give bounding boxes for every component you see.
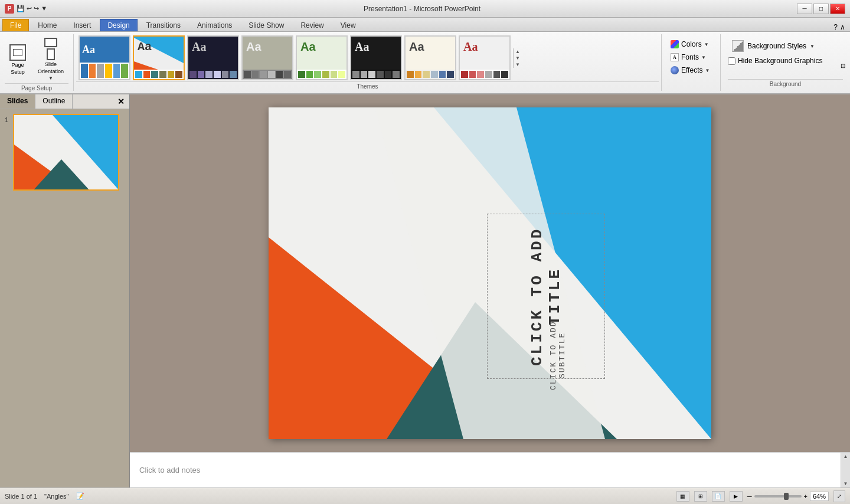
effects-dropdown-icon: ▼ — [705, 68, 710, 73]
cfe-section: Colors ▼ A Fonts ▼ Effects ▼ — [661, 34, 720, 91]
c6 — [230, 71, 237, 78]
scroll-down-icon[interactable]: ▼ — [515, 55, 521, 61]
theme-austin[interactable]: Aa — [296, 35, 348, 80]
theme-clarity[interactable]: Aa — [459, 35, 511, 80]
slideshow-button[interactable]: ▶ — [730, 491, 743, 502]
minimize-button[interactable]: ─ — [797, 4, 812, 14]
zoom-slider[interactable] — [754, 495, 802, 498]
theme-office[interactable]: Aa — [79, 35, 130, 80]
slide-thumbnail-1[interactable] — [13, 114, 119, 191]
title-bar-left: P 💾 ↩ ↪ ▼ — [5, 4, 47, 14]
notes-scroll-up-icon[interactable]: ▲ — [842, 453, 849, 460]
c3 — [314, 71, 321, 78]
subtitle-textbox[interactable]: CLICK TO ADD SUBTITLE — [511, 296, 605, 414]
slide-sorter-button[interactable]: ⊞ — [694, 491, 707, 502]
col2 — [143, 71, 151, 78]
color3 — [97, 64, 104, 78]
col3 — [151, 71, 158, 78]
slide-orient-label2: Orientation — [38, 68, 64, 74]
color5 — [113, 64, 120, 78]
tab-transitions[interactable]: Transitions — [139, 19, 188, 31]
theme-clarity-colors — [460, 70, 509, 79]
c3 — [368, 71, 375, 78]
normal-view-button[interactable]: ▦ — [676, 491, 689, 502]
slide-subtitle[interactable]: CLICK TO ADD SUBTITLE — [549, 296, 567, 414]
c4 — [485, 71, 492, 78]
tab-outline[interactable]: Outline — [35, 94, 73, 109]
slide-thumbnails: 1 — [0, 109, 129, 195]
tab-home[interactable]: Home — [30, 19, 64, 31]
c1 — [298, 71, 305, 78]
theme-apothecary-colors — [243, 70, 292, 79]
tab-view[interactable]: View — [333, 19, 364, 31]
notes-placeholder: Click to add notes — [139, 466, 200, 474]
c2 — [252, 71, 259, 78]
slide-orientation-button[interactable]: Slide Orientation ▼ — [33, 35, 68, 83]
ribbon: Page Setup Slide Orientation ▼ Page Setu… — [0, 32, 850, 94]
col5 — [168, 71, 175, 78]
background-expand-icon[interactable]: ⊡ — [841, 63, 845, 69]
notes-scroll-down-icon[interactable]: ▼ — [842, 480, 849, 487]
fonts-icon: A — [671, 53, 679, 61]
colors-dropdown-icon: ▼ — [704, 42, 709, 47]
panel-close-button[interactable]: ✕ — [113, 94, 129, 109]
theme-scroll[interactable]: ▲ ▼ ▼ — [513, 48, 522, 68]
tab-design[interactable]: Design — [100, 19, 137, 31]
scroll-more-icon[interactable]: ▼ — [515, 61, 521, 68]
c2 — [361, 71, 368, 78]
hide-background-label: Hide Background Graphics — [738, 57, 822, 65]
page-setup-label: Page — [11, 62, 24, 68]
fonts-button[interactable]: A Fonts ▼ — [666, 51, 715, 64]
page-setup-button[interactable]: Page Setup — [5, 42, 31, 77]
c6 — [284, 71, 291, 78]
tab-animations[interactable]: Animations — [189, 19, 240, 31]
slide-orient-label: Slide — [45, 61, 57, 67]
theme-blacktie[interactable]: Aa — [350, 35, 402, 80]
orient-dropdown-arrow: ▼ — [48, 76, 53, 81]
fit-to-window-button[interactable]: ⤢ — [833, 490, 845, 502]
spell-check-icon[interactable]: 📝 — [76, 492, 84, 500]
minimize-ribbon-icon[interactable]: ∧ — [840, 23, 845, 31]
theme-apex[interactable]: Aa — [187, 35, 239, 80]
maximize-button[interactable]: □ — [813, 4, 829, 14]
c4 — [377, 71, 384, 78]
notes-scrollbar[interactable]: ▲ ▼ — [841, 453, 850, 487]
theme-angles[interactable]: Aa — [133, 35, 185, 80]
effects-button[interactable]: Effects ▼ — [666, 64, 715, 77]
background-styles-button[interactable]: Background Styles ▼ — [728, 38, 843, 54]
theme-civic[interactable]: Aa — [404, 35, 456, 80]
canvas-wrapper: CLICK TO ADD TITLE CLICK TO ADD SUBTITLE… — [130, 94, 850, 487]
orientation-icons — [44, 38, 57, 60]
close-button[interactable]: ✕ — [830, 4, 845, 14]
reading-view-button[interactable]: 📄 — [712, 491, 725, 502]
slide-info: Slide 1 of 1 — [5, 493, 37, 500]
tab-slides[interactable]: Slides — [0, 94, 35, 109]
theme-apothecary[interactable]: Aa — [241, 35, 293, 80]
c5 — [385, 71, 392, 78]
c1 — [407, 71, 414, 78]
theme-apex-colors — [188, 70, 238, 79]
slides-panel: Slides Outline ✕ 1 — [0, 94, 130, 487]
themes-list: Aa Aa — [76, 35, 659, 80]
window-controls[interactable]: ─ □ ✕ — [797, 4, 845, 14]
tab-review[interactable]: Review — [293, 19, 331, 31]
scroll-up-icon[interactable]: ▲ — [515, 48, 521, 55]
main-slide[interactable]: CLICK TO ADD TITLE CLICK TO ADD SUBTITLE — [269, 107, 711, 439]
colors-button[interactable]: Colors ▼ — [666, 38, 715, 51]
zoom-thumb[interactable] — [784, 493, 789, 500]
zoom-out-button[interactable]: ─ — [747, 493, 752, 500]
notes-input[interactable]: Click to add notes — [130, 453, 841, 487]
tab-file[interactable]: File — [2, 19, 29, 31]
zoom-level[interactable]: 64% — [810, 492, 829, 501]
zoom-in-button[interactable]: + — [804, 493, 808, 500]
help-icon[interactable]: ? — [833, 23, 838, 31]
quick-access-toolbar: 💾 ↩ ↪ ▼ — [17, 5, 47, 12]
hide-background-checkbox[interactable] — [728, 57, 735, 65]
theme-blacktie-colors — [351, 70, 401, 79]
page-setup-section-label: Page Setup — [5, 83, 68, 91]
c3 — [477, 71, 484, 78]
slides-tabs: Slides Outline ✕ — [0, 94, 129, 109]
themes-section: Aa Aa — [74, 34, 661, 91]
tab-insert[interactable]: Insert — [66, 19, 99, 31]
tab-slideshow[interactable]: Slide Show — [241, 19, 292, 31]
